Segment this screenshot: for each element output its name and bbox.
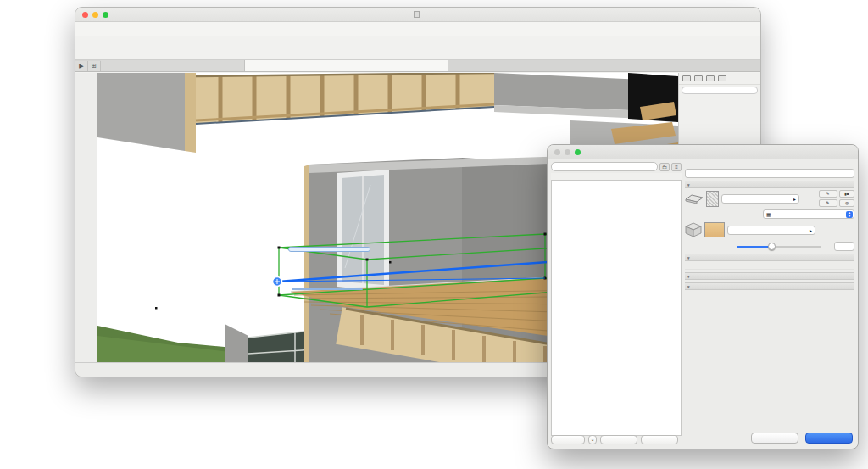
window-title (75, 10, 760, 19)
section-id-categories[interactable]: ▾ (685, 272, 854, 280)
fill-pattern-swatch[interactable] (706, 191, 719, 207)
materials-list-header[interactable] (551, 173, 682, 181)
new-folder-icon[interactable]: 🗀 (659, 163, 670, 171)
section-structure-appearance[interactable]: ▾ (685, 181, 854, 188)
toolbox-palette (75, 73, 97, 362)
surface-swatch[interactable] (704, 222, 725, 237)
surface-select[interactable]: ▸ (727, 226, 815, 235)
fill-background-button[interactable]: ▮■ (839, 190, 854, 198)
section-classification-properties[interactable]: ▾ (685, 254, 854, 261)
project-map-icon[interactable] (682, 75, 691, 81)
building-materials-dialog: 🗀 ≡ ⌄ ▾ ▸ ✎ (547, 144, 859, 449)
cut-fill-select[interactable]: ▸ (721, 194, 799, 204)
info-box-toolbar (75, 36, 760, 60)
tab-stueplan[interactable] (101, 60, 245, 71)
background-pen-button[interactable]: ✎ (819, 199, 837, 207)
cancel-button[interactable] (751, 433, 798, 444)
list-view-icon[interactable]: ≡ (671, 163, 682, 171)
cut-fill-pen-button[interactable]: ✎ (819, 190, 837, 198)
toolbar-icon-row (75, 22, 760, 36)
window-titlebar[interactable] (75, 8, 760, 22)
fill-orientation-select[interactable]: ▦ ▲▼ (763, 209, 854, 219)
pen-icon: ✎ (826, 192, 829, 196)
surface-cube-icon (685, 222, 702, 237)
materials-list-panel: 🗀 ≡ ⌄ (551, 162, 682, 445)
delete-button[interactable] (641, 435, 678, 444)
rename-button[interactable] (600, 435, 637, 444)
slab-info-tooltip (288, 247, 370, 252)
dialog-minimize-button[interactable] (565, 149, 570, 155)
project-map-search-input[interactable] (682, 87, 758, 94)
new-material-button[interactable] (551, 435, 585, 444)
tab-3d-all[interactable] (245, 60, 448, 71)
grid-tab-icon[interactable]: ⊞ (88, 61, 101, 71)
intersection-priority-slider[interactable] (737, 243, 821, 251)
materials-list (551, 181, 682, 436)
layout-book-icon[interactable] (706, 75, 715, 81)
tab-bar: ▶ ⊞ (75, 60, 760, 72)
materials-search-input[interactable] (551, 162, 658, 171)
upper-left-wall (97, 73, 185, 151)
coordinate-tracker[interactable] (292, 288, 363, 290)
dialog-close-button[interactable] (554, 149, 560, 155)
publisher-icon[interactable] (718, 75, 726, 81)
material-properties-panel: ▾ ▸ ✎ ▮■ ✎ ◍ ▦ ▲▼ (685, 162, 854, 445)
dialog-zoom-button[interactable] (575, 149, 581, 155)
document-icon (414, 11, 420, 18)
select-stepper-icon: ▲▼ (846, 211, 853, 218)
new-material-dropdown[interactable]: ⌄ (588, 435, 597, 444)
dialog-titlebar[interactable] (548, 145, 858, 159)
ok-button[interactable] (805, 433, 853, 444)
classifications-header (685, 261, 854, 270)
pen-icon: ✎ (826, 201, 829, 205)
intersection-priority-value[interactable] (834, 242, 854, 251)
material-name-field[interactable] (685, 169, 854, 178)
slider-knob (768, 243, 776, 250)
view-map-icon[interactable] (694, 75, 703, 81)
slab-preview-icon (685, 193, 704, 204)
arrow-tab-icon[interactable]: ▶ (75, 61, 88, 71)
bulb-button[interactable]: ◍ (839, 199, 854, 207)
section-physical-properties[interactable]: ▾ (685, 282, 854, 290)
origin-icon: ▦ (766, 212, 771, 217)
